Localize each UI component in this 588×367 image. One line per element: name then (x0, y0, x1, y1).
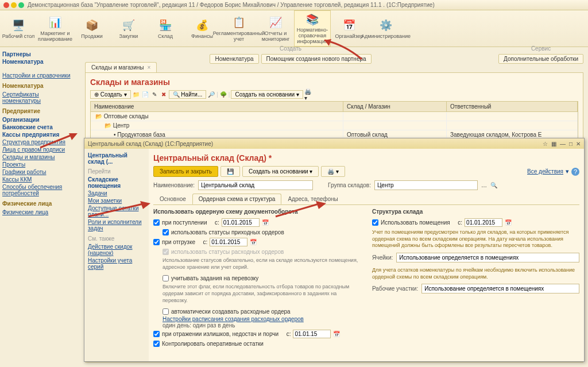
check-auto-orders[interactable] (163, 308, 169, 315)
sidebar-persons[interactable]: Физические лица (2, 208, 78, 216)
link-all-actions[interactable]: Все действия (527, 168, 563, 175)
sidebar-partners[interactable]: Партнеры (2, 51, 78, 58)
print-icon[interactable]: 🖨️▾ (304, 91, 312, 99)
help-icon[interactable]: ? (571, 168, 579, 176)
date-receipt[interactable] (222, 218, 260, 227)
calendar-icon[interactable]: 📅 (250, 239, 257, 245)
input-name[interactable] (198, 180, 313, 190)
delete-icon[interactable]: ✖ (160, 91, 168, 99)
btn-save-icon[interactable]: 💾 (220, 166, 240, 177)
link-schedule[interactable]: Настройки расписания создания расходных … (163, 316, 304, 322)
input-areas[interactable] (421, 284, 579, 293)
check-ship-status (163, 249, 169, 255)
toolbar-icon: 🛒 (122, 18, 136, 32)
sidebar-enterprise-9[interactable]: Способы обеспечения потребностей (2, 183, 78, 197)
toolbar-item-4[interactable]: 🏪Склад (147, 10, 184, 47)
check-receipt-status[interactable] (163, 229, 169, 235)
toolbar-item-3[interactable]: 🛒Закупки (110, 10, 147, 47)
tab-main[interactable]: Основное (153, 194, 192, 204)
toolbar-icon: 📦 (85, 18, 99, 32)
sidebar-enterprise-8[interactable]: Кассы ККМ (2, 176, 78, 183)
btn-find[interactable]: 🔍 Найти... (169, 90, 207, 99)
check-on-receipt[interactable] (153, 219, 160, 226)
date-rooms[interactable] (465, 218, 502, 227)
dialog-close-icon[interactable]: ✕ (576, 141, 581, 147)
new-folder-icon[interactable]: 📁 (132, 91, 140, 99)
toolbar-icon: 📊 (48, 16, 62, 29)
btn-create-based[interactable]: Создать на основании ▾ (231, 90, 303, 99)
select-group-icon[interactable]: … (481, 182, 487, 188)
sidebar-enterprise-6[interactable]: Проекты (2, 161, 78, 168)
check-transport[interactable] (163, 275, 169, 281)
calendar-icon[interactable]: 📅 (262, 219, 269, 226)
right-heading: Структура склада (372, 208, 579, 215)
sidebar-enterprise-7[interactable]: Графики работы (2, 168, 78, 176)
dialog-titlebar: Центральный склад (Склад) (1С:Предприяти… (84, 138, 584, 149)
toolbar-item-6[interactable]: 📋Регламентированный учет (220, 10, 257, 47)
edit-icon[interactable]: ✎ (150, 91, 158, 99)
tab-addresses[interactable]: Адреса, телефоны (281, 194, 344, 204)
check-control-balances[interactable] (153, 341, 160, 347)
dialog-main: Центральный склад (Склад) * Записать и з… (149, 149, 584, 361)
dialog-help-icon[interactable]: ☆ (543, 141, 548, 147)
toolbar-item-1[interactable]: 📊Маркетинг и планирование (37, 10, 74, 47)
table-row[interactable]: 📂 Центр (91, 121, 578, 130)
toolbar-item-10[interactable]: ⚙️Администрирование (368, 10, 404, 47)
toolbar-item-2[interactable]: 📦Продажи (74, 10, 110, 47)
copy-icon[interactable]: 📄 (141, 91, 149, 99)
check-surplus[interactable] (153, 331, 160, 337)
dlg-side-balances[interactable]: Доступные остатки плани... (88, 204, 145, 218)
maximize-window-icon[interactable] (18, 2, 24, 8)
sidebar-enterprise-0[interactable]: Организации (2, 116, 78, 123)
tab-close-icon[interactable]: × (147, 64, 150, 71)
lookup-group-icon[interactable]: 🔍 (490, 182, 497, 188)
tab-order-scheme[interactable]: Ордерная схема и структура (192, 194, 282, 204)
btn-print-dlg[interactable]: 🖨️ ▾ (321, 166, 345, 177)
dialog-minimize-icon[interactable]: — (560, 141, 566, 147)
dlg-side-rooms[interactable]: Складские помещения (88, 176, 145, 190)
clear-filter-icon[interactable]: 🔎 (207, 91, 215, 99)
dlg-side-roles[interactable]: Роли и исполнители задач (88, 218, 145, 232)
sidebar-certificates[interactable]: Сертификаты номенклатуры (2, 91, 78, 105)
toolbar-item-8[interactable]: 📚Нормативно-справочная информация (294, 10, 331, 47)
dlg-side-see: См. также (88, 235, 145, 242)
dlg-side-notes[interactable]: Мои заметки (88, 197, 145, 204)
toolbar-item-7[interactable]: 📈Отчеты и мониторинг (257, 10, 294, 47)
left-heading: Использовать ордерную схему документообо… (153, 208, 361, 215)
date-surplus[interactable] (293, 330, 331, 338)
sidebar-settings-refs[interactable]: Настройки и справочники (2, 72, 78, 79)
calendar-icon[interactable]: 📅 (333, 331, 340, 337)
check-on-ship[interactable] (153, 239, 160, 245)
dialog-maximize-icon[interactable]: □ (569, 141, 572, 147)
toolbar-item-9[interactable]: 📅Органайзер (331, 10, 368, 47)
sidebar-enterprise-3[interactable]: Структура предприятия (2, 138, 78, 146)
input-cells[interactable] (396, 253, 579, 262)
col-responsible[interactable]: Ответственный (447, 102, 578, 111)
toolbar-item-0[interactable]: 🖥️Рабочий стол (0, 10, 37, 47)
dialog-settings-icon[interactable]: ▦ (551, 141, 556, 147)
close-window-icon[interactable] (3, 2, 9, 8)
minimize-window-icon[interactable] (11, 2, 17, 8)
input-group[interactable] (374, 180, 478, 190)
dlg-side-series[interactable]: Настройки учета серий (88, 257, 145, 271)
hierarchy-icon[interactable]: 🌳 (219, 91, 227, 99)
sidebar-nomenclature[interactable]: Номенклатура (2, 58, 78, 65)
btn-create-based-dlg[interactable]: Создать на основании ▾ (242, 166, 319, 177)
sidebar-enterprise-5[interactable]: Склады и магазины (2, 153, 78, 161)
col-name[interactable]: Наименование (91, 102, 343, 111)
sidebar-enterprise-2[interactable]: Кассы предприятия (2, 131, 78, 138)
form-right-col: Структура склада Использовать помещения … (372, 208, 579, 348)
btn-create[interactable]: ⊕ Создать ▾ (90, 90, 131, 99)
sidebar-enterprise-1[interactable]: Банковские счета (2, 123, 78, 131)
sidebar-enterprise-4[interactable]: Лица с правом подписи (2, 146, 78, 153)
col-warehouse[interactable]: Склад / Магазин (343, 102, 447, 111)
calendar-icon[interactable]: 📅 (505, 219, 512, 226)
tab-warehouses[interactable]: Склады и магазины× (85, 62, 157, 72)
table-row[interactable]: 📂 Оптовые склады (91, 112, 578, 121)
dlg-side-discounts[interactable]: Действие скидок (наценок) (88, 243, 145, 257)
check-use-rooms[interactable] (372, 219, 378, 226)
btn-save-close[interactable]: Записать и закрыть (153, 166, 218, 177)
dlg-side-tasks[interactable]: Задачи (88, 190, 145, 197)
toolbar-icon: 📅 (342, 18, 356, 32)
date-ship[interactable] (210, 238, 247, 246)
